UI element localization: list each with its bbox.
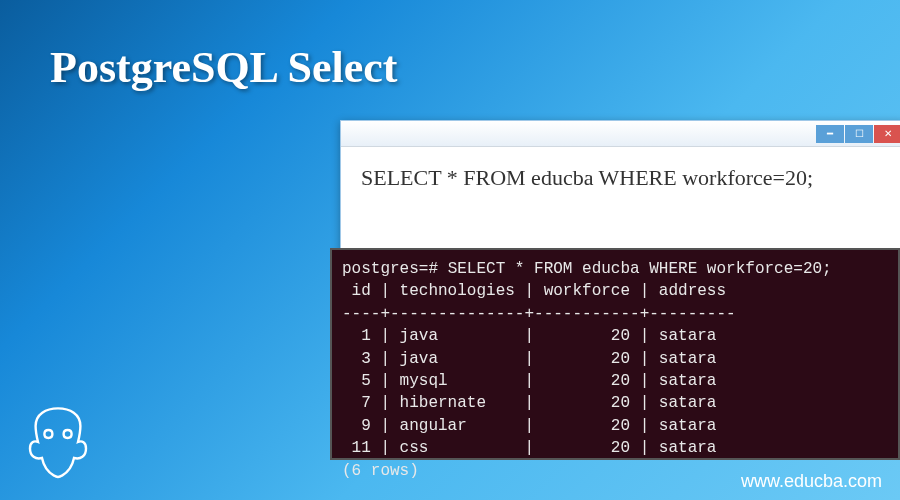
watermark-text: www.educba.com (741, 471, 882, 492)
table-row: 7 | hibernate | 20 | satara (342, 394, 716, 412)
terminal-query: SELECT * FROM educba WHERE workforce=20; (448, 260, 832, 278)
maximize-button[interactable]: ☐ (845, 125, 873, 143)
minimize-button[interactable]: ━ (816, 125, 844, 143)
table-headers: id | technologies | workforce | address (342, 282, 726, 300)
terminal-output: postgres=# SELECT * FROM educba WHERE wo… (330, 248, 900, 460)
postgresql-logo-icon (18, 402, 98, 482)
table-row: 9 | angular | 20 | satara (342, 417, 716, 435)
table-separator: ----+--------------+-----------+--------… (342, 305, 736, 323)
terminal-prompt: postgres=# (342, 260, 448, 278)
table-row: 3 | java | 20 | satara (342, 350, 716, 368)
table-row: 11 | css | 20 | satara (342, 439, 716, 457)
table-row: 1 | java | 20 | satara (342, 327, 716, 345)
page-title: PostgreSQL Select (50, 42, 397, 93)
close-button[interactable]: ✕ (874, 125, 900, 143)
editor-window: ━ ☐ ✕ SELECT * FROM educba WHERE workfor… (340, 120, 900, 260)
result-footer: (6 rows) (342, 462, 419, 480)
query-text: SELECT * FROM educba WHERE workforce=20; (341, 147, 900, 209)
window-titlebar: ━ ☐ ✕ (341, 121, 900, 147)
table-row: 5 | mysql | 20 | satara (342, 372, 716, 390)
